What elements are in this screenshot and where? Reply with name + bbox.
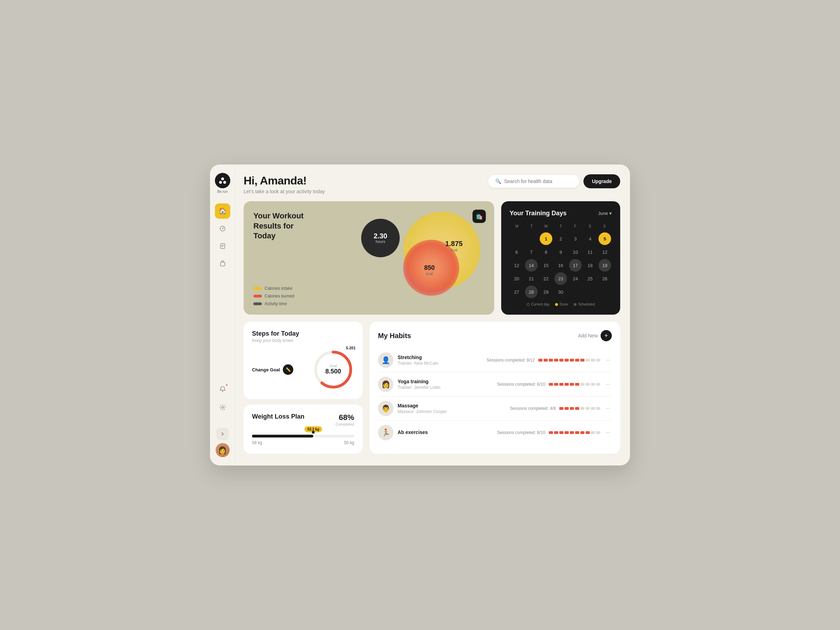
cal-day[interactable]: 4 — [584, 232, 597, 245]
cal-day[interactable]: 26 — [598, 272, 611, 285]
cal-day[interactable]: 29 — [540, 286, 552, 298]
cal-day[interactable]: 12 — [598, 246, 611, 258]
user-avatar[interactable]: 👩 — [216, 443, 230, 457]
cal-day[interactable]: 8 — [540, 246, 552, 258]
habit-more-btn[interactable]: ··· — [605, 380, 612, 389]
change-goal-btn[interactable]: Change Goal ✏️ — [252, 364, 293, 375]
habit-avatar: 👨 — [378, 401, 393, 416]
cal-day[interactable]: 2 — [554, 232, 567, 245]
legend-dot-red — [253, 295, 262, 297]
progress-dot — [586, 407, 590, 410]
habits-header: My Habits Add New + — [378, 330, 612, 341]
app-container: Be.run 🏠 — [210, 164, 630, 466]
svg-point-8 — [221, 407, 223, 409]
progress-dot — [549, 359, 553, 362]
sidebar-item-notes[interactable] — [215, 238, 230, 254]
cal-day[interactable]: 24 — [569, 272, 582, 285]
sidebar-expand-btn[interactable] — [216, 428, 229, 440]
cal-day[interactable]: 15 — [540, 259, 552, 272]
steps-title: Steps for Today — [252, 330, 354, 337]
progress-dot — [538, 359, 543, 362]
progress-dot — [554, 383, 558, 386]
cal-day[interactable]: 7 — [525, 246, 538, 258]
add-habit-btn[interactable]: + — [601, 330, 612, 341]
habit-item: 👨 Massage Masseur: Johnson Cooper Sessio… — [378, 396, 612, 421]
progress-dot — [591, 431, 595, 434]
habit-name: Massage — [398, 403, 506, 409]
habit-more-btn[interactable]: ··· — [605, 428, 612, 437]
habits-title: My Habits — [378, 332, 411, 340]
cal-day[interactable] — [525, 232, 538, 245]
weight-percent: 68% Completed — [336, 413, 354, 426]
cal-day[interactable]: 1 — [540, 232, 552, 245]
progress-dot — [565, 383, 569, 386]
sidebar-item-home[interactable]: 🏠 — [215, 203, 230, 219]
legend-activity-time: Activity time — [253, 302, 294, 306]
bubble-container: 2.30 hours 1.875 kcal 850 kcal — [361, 212, 480, 296]
cal-day[interactable]: 12 — [510, 259, 523, 272]
legend-current-day-dot — [527, 303, 529, 306]
calendar-header: Your Training Days June ▾ — [510, 210, 612, 217]
cal-day[interactable]: 19 — [598, 259, 611, 272]
cal-day[interactable]: 11 — [584, 246, 597, 258]
cal-day[interactable] — [510, 232, 523, 245]
cal-day[interactable]: 17 — [569, 259, 582, 272]
cal-day[interactable]: 18 — [584, 259, 597, 272]
progress-dot — [559, 431, 564, 434]
weight-marker: 53.2 kg — [305, 426, 322, 432]
weight-progress-container: 53.2 kg 58 kg 50 kg — [252, 435, 354, 445]
progress-dot — [596, 407, 600, 410]
cal-day[interactable]: 27 — [510, 286, 523, 298]
cal-day[interactable]: 25 — [584, 272, 597, 285]
cal-day[interactable]: 3 — [569, 232, 582, 245]
cal-day[interactable]: 10 — [569, 246, 582, 258]
svg-point-2 — [223, 181, 226, 184]
calendar-card: Your Training Days June ▾ M T W T F S S — [501, 201, 620, 315]
sidebar-item-settings[interactable] — [215, 400, 230, 415]
habit-more-btn[interactable]: ··· — [605, 355, 612, 365]
progress-dot — [575, 407, 579, 410]
sidebar-item-dashboard[interactable] — [215, 221, 230, 236]
progress-dot — [565, 359, 569, 362]
cal-day[interactable]: 16 — [554, 259, 567, 272]
progress-dot — [565, 431, 569, 434]
search-input[interactable] — [504, 178, 572, 184]
cal-day[interactable]: 28 — [525, 286, 538, 298]
habit-item: 👩 Yoga training Trainier: Jennifer Lubin… — [378, 373, 612, 396]
header-right: 🔍 Upgrade — [488, 174, 620, 188]
sidebar-item-notifications[interactable] — [215, 382, 230, 397]
cal-day[interactable]: 9 — [554, 246, 567, 258]
month-selector[interactable]: June ▾ — [598, 211, 612, 216]
progress-dot — [596, 383, 600, 386]
cal-day[interactable]: 14 — [525, 259, 538, 272]
cal-day[interactable]: 22 — [540, 272, 552, 285]
progress-dot — [554, 359, 558, 362]
upgrade-button[interactable]: Upgrade — [583, 174, 620, 188]
progress-dot — [580, 383, 584, 386]
progress-dots — [538, 359, 600, 362]
weight-header: Weight Loss Plan 68% Completed — [252, 413, 354, 426]
cal-day[interactable]: 6 — [510, 246, 523, 258]
habit-more-btn[interactable]: ··· — [605, 404, 612, 413]
cal-day[interactable]: 5 — [598, 232, 611, 245]
cal-day[interactable]: 23 — [554, 272, 567, 285]
steps-body: Change Goal ✏️ 5.201 Goal 8.500 — [252, 349, 354, 391]
sidebar: Be.run 🏠 — [210, 164, 235, 466]
bubble-kcal-intake-label: 1.875 kcal — [445, 240, 463, 252]
progress-dot — [591, 383, 595, 386]
sessions-text: Sessions completed: 9/12 — [486, 358, 534, 363]
cal-day[interactable]: 20 — [510, 272, 523, 285]
svg-point-3 — [222, 228, 223, 229]
habit-info: Stretching Trainier: Alice McCain — [398, 355, 482, 366]
sessions-text: Sessions completed: 6/10 — [497, 382, 545, 387]
search-bar[interactable]: 🔍 — [488, 175, 579, 188]
progress-dot — [570, 431, 574, 434]
add-new-label: Add New — [578, 333, 598, 338]
sidebar-item-bag[interactable] — [215, 256, 230, 271]
habit-trainer: Masseur: Johnson Cooper — [398, 409, 506, 414]
progress-dot — [580, 407, 584, 410]
edit-icon-btn[interactable]: ✏️ — [283, 364, 293, 375]
cal-day[interactable]: 30 — [554, 286, 567, 298]
cal-day[interactable]: 21 — [525, 272, 538, 285]
habit-trainer: Trainier: Jennifer Lubin — [398, 385, 493, 390]
